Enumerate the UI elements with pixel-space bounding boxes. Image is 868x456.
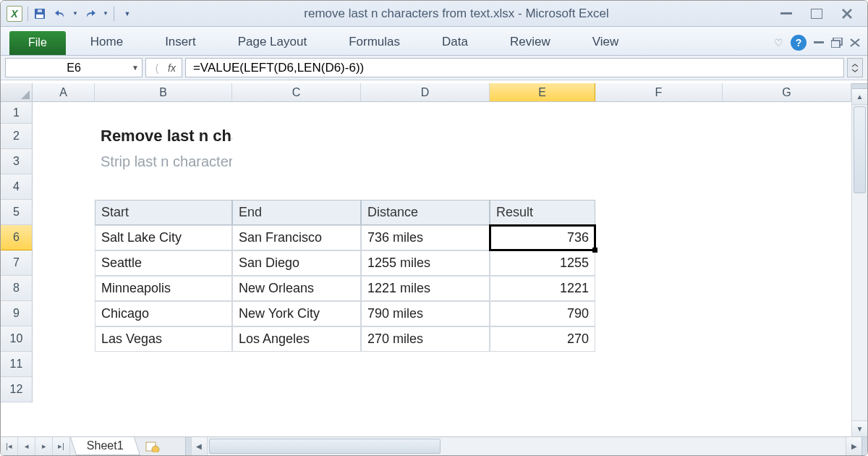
window-title: remove last n characters from text.xlsx … [137, 7, 776, 21]
table-header-result[interactable]: Result [490, 200, 595, 225]
tab-review[interactable]: Review [506, 29, 555, 55]
cell-C8[interactable]: New Orleans [232, 276, 361, 301]
tab-view[interactable]: View [588, 29, 624, 55]
save-button[interactable] [30, 4, 49, 23]
tab-home[interactable]: Home [86, 29, 127, 55]
tab-nav-last-icon[interactable]: ▸| [53, 437, 70, 455]
col-header-D[interactable]: D [361, 83, 490, 101]
row-header-6[interactable]: 6 [1, 225, 33, 250]
table-header-distance[interactable]: Distance [361, 200, 490, 225]
split-handle-right[interactable] [861, 437, 867, 455]
excel-icon: X [7, 6, 22, 22]
cell-C10[interactable]: Los Angeles [232, 326, 361, 352]
maximize-button[interactable] [807, 6, 827, 22]
cell-B6[interactable]: Salt Lake City [95, 225, 232, 250]
tab-formulas[interactable]: Formulas [344, 29, 404, 55]
horizontal-scrollbar[interactable]: ◀ ▶ [185, 437, 867, 455]
cell-E7[interactable]: 1255 [490, 250, 595, 276]
cell-E10[interactable]: 270 [490, 326, 595, 352]
minimize-button[interactable] [776, 6, 796, 22]
file-tab[interactable]: File [9, 31, 66, 55]
tab-page-layout[interactable]: Page Layout [234, 29, 311, 55]
redo-dropdown[interactable]: ▼ [101, 4, 110, 23]
svg-rect-1 [36, 14, 43, 18]
col-header-F[interactable]: F [595, 83, 723, 101]
undo-button[interactable] [51, 4, 69, 23]
workbook-close-icon[interactable] [850, 38, 860, 47]
row-header-11[interactable]: 11 [1, 352, 33, 377]
worksheet-grid[interactable]: A B C D E F G 1 2 Remove last n characte… [1, 83, 851, 436]
scroll-right-icon[interactable]: ▶ [846, 437, 861, 455]
row-header-3[interactable]: 3 [1, 149, 33, 174]
cell-B7[interactable]: Seattle [95, 250, 232, 276]
table-header-start[interactable]: Start [95, 200, 232, 225]
formula-bar: E6 ▼ ( fx =VALUE(LEFT(D6,LEN(D6)-6)) [1, 56, 867, 80]
vertical-scrollbar[interactable]: ▲ ▼ [851, 83, 867, 436]
tab-data[interactable]: Data [438, 29, 472, 55]
cell-E9[interactable]: 790 [490, 301, 595, 326]
qat-customize[interactable]: ▼ [118, 4, 137, 23]
row-header-5[interactable]: 5 [1, 200, 33, 225]
cell-B9[interactable]: Chicago [95, 301, 232, 326]
name-box-dropdown-icon[interactable]: ▼ [132, 64, 139, 72]
row-header-1[interactable]: 1 [1, 102, 33, 124]
split-handle-top[interactable] [852, 83, 867, 89]
scroll-up-icon[interactable]: ▲ [852, 89, 867, 105]
cell-E8[interactable]: 1221 [490, 276, 595, 301]
cell-B8[interactable]: Minneapolis [95, 276, 232, 301]
tab-nav-first-icon[interactable]: |◂ [1, 437, 18, 455]
row-header-8[interactable]: 8 [1, 276, 33, 301]
row-header-4[interactable]: 4 [1, 174, 33, 200]
row-header-12[interactable]: 12 [1, 377, 33, 402]
cell-D7[interactable]: 1255 miles [361, 250, 490, 276]
cell-D10[interactable]: 270 miles [361, 326, 490, 352]
sheet-title[interactable]: Remove last n characters from text [95, 124, 232, 149]
fx-icon[interactable]: fx [168, 62, 176, 74]
cell-D9[interactable]: 790 miles [361, 301, 490, 326]
cell-D6[interactable]: 736 miles [361, 225, 490, 250]
vscroll-thumb[interactable] [854, 106, 866, 193]
svg-rect-7 [831, 41, 840, 48]
row-header-10[interactable]: 10 [1, 326, 33, 352]
col-header-G[interactable]: G [723, 83, 851, 101]
workbook-minimize-icon[interactable] [814, 41, 824, 44]
row-header-7[interactable]: 7 [1, 250, 33, 276]
cancel-formula-icon[interactable]: ( [152, 62, 162, 74]
scroll-left-icon[interactable]: ◀ [191, 437, 207, 455]
col-header-C[interactable]: C [232, 83, 361, 101]
cell-C6[interactable]: San Francisco [232, 225, 361, 250]
workbook-restore-icon[interactable] [831, 38, 843, 48]
redo-button[interactable] [81, 4, 100, 23]
sheet-tab-active[interactable]: Sheet1 [70, 437, 140, 455]
cell-E6[interactable]: 736 [490, 225, 595, 250]
cell-C7[interactable]: San Diego [232, 250, 361, 276]
tab-nav-prev-icon[interactable]: ◂ [18, 437, 35, 455]
svg-rect-2 [38, 9, 42, 12]
cell-B10[interactable]: Las Vegas [95, 326, 232, 352]
new-sheet-icon[interactable] [142, 437, 163, 455]
hscroll-thumb[interactable] [209, 439, 441, 454]
close-button[interactable] [837, 6, 857, 22]
svg-rect-5 [814, 41, 824, 43]
expand-formula-bar-icon[interactable] [847, 58, 863, 77]
help-icon[interactable]: ? [791, 35, 807, 51]
row-header-9[interactable]: 9 [1, 301, 33, 326]
col-header-E[interactable]: E [490, 83, 595, 101]
name-box[interactable]: E6 ▼ [5, 58, 142, 77]
tab-split-handle[interactable] [185, 437, 191, 455]
select-all-corner[interactable] [1, 83, 33, 101]
sheet-subtitle[interactable]: Strip last n characters from a text stri… [95, 149, 232, 174]
col-header-A[interactable]: A [33, 83, 95, 101]
cell-C9[interactable]: New York City [232, 301, 361, 326]
tab-nav-next-icon[interactable]: ▸ [35, 437, 53, 455]
scroll-down-icon[interactable]: ▼ [852, 421, 867, 436]
col-header-B[interactable]: B [95, 83, 232, 101]
tab-insert[interactable]: Insert [161, 29, 200, 55]
undo-dropdown[interactable]: ▼ [71, 4, 80, 23]
row-header-2[interactable]: 2 [1, 124, 33, 149]
table-header-end[interactable]: End [232, 200, 361, 225]
ribbon-minimize-icon[interactable]: ♡ [774, 37, 783, 48]
formula-input[interactable]: =VALUE(LEFT(D6,LEN(D6)-6)) [185, 58, 844, 77]
formula-text: =VALUE(LEFT(D6,LEN(D6)-6)) [193, 61, 364, 75]
cell-D8[interactable]: 1221 miles [361, 276, 490, 301]
